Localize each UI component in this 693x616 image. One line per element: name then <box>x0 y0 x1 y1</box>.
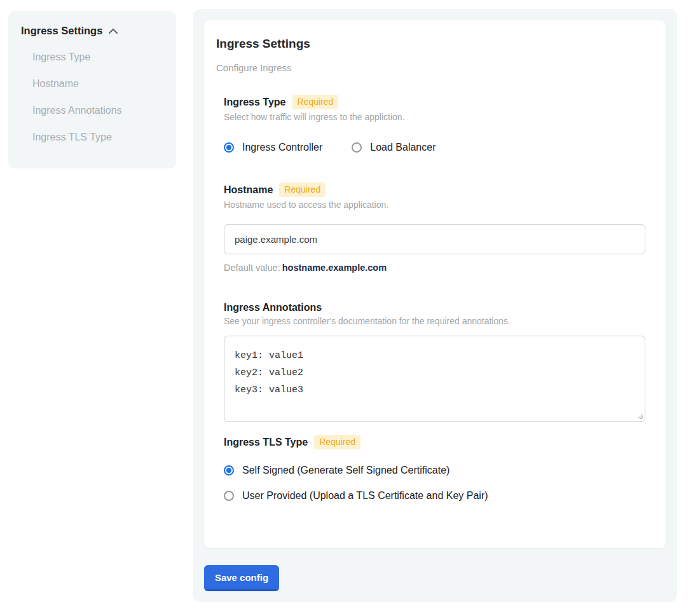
default-value-text: hostname.example.com <box>282 263 387 273</box>
radio-unselected-icon[interactable] <box>352 142 362 153</box>
field-hostname: Hostname Required Hostname used to acces… <box>224 182 645 273</box>
radio-selected-icon[interactable] <box>224 465 234 476</box>
sidebar-item-ingress-type[interactable]: Ingress Type <box>32 50 163 64</box>
required-badge: Required <box>292 95 339 109</box>
required-badge: Required <box>314 435 360 449</box>
sidebar-item-ingress-annotations[interactable]: Ingress Annotations <box>32 104 163 118</box>
radio-label: Load Balancer <box>370 142 436 153</box>
sidebar-item-hostname[interactable]: Hostname <box>32 77 163 91</box>
field-ingress-annotations: Ingress Annotations See your ingress con… <box>224 302 645 422</box>
sidebar-item-ingress-tls-type[interactable]: Ingress TLS Type <box>32 130 163 144</box>
sidebar-section-toggle[interactable]: Ingress Settings <box>21 25 163 37</box>
ingress-type-label: Ingress Type <box>224 97 286 108</box>
ingress-annotations-textarea[interactable]: key1: value1 key2: value2 key3: value3 <box>224 336 645 422</box>
hostname-default-line: Default value:hostname.example.com <box>224 263 645 273</box>
hostname-label: Hostname <box>224 184 273 196</box>
save-config-button[interactable]: Save config <box>204 565 279 591</box>
hostname-description: Hostname used to access the application. <box>224 200 645 210</box>
radio-self-signed[interactable]: Self Signed (Generate Self Signed Certif… <box>224 465 645 476</box>
ingress-settings-sidebar: Ingress Settings Ingress Type Hostname I… <box>8 11 176 168</box>
hostname-input[interactable] <box>224 224 645 254</box>
radio-load-balancer[interactable]: Load Balancer <box>352 142 436 153</box>
field-ingress-tls-type: Ingress TLS Type Required Self Signed (G… <box>224 435 645 502</box>
ingress-settings-panel: Ingress Settings Configure Ingress Ingre… <box>193 9 677 602</box>
ingress-annotations-description: See your ingress controller's documentat… <box>224 316 645 327</box>
ingress-tls-type-label: Ingress TLS Type <box>224 437 308 448</box>
sidebar-nav: Ingress Type Hostname Ingress Annotation… <box>21 50 163 144</box>
ingress-annotations-label: Ingress Annotations <box>224 302 322 313</box>
ingress-type-description: Select how traffic will ingress to the a… <box>224 112 645 123</box>
radio-unselected-icon[interactable] <box>224 491 234 501</box>
radio-ingress-controller[interactable]: Ingress Controller <box>224 142 322 153</box>
radio-label: Ingress Controller <box>242 142 322 153</box>
sidebar-section-title: Ingress Settings <box>21 25 102 37</box>
default-value-prefix: Default value: <box>224 263 280 273</box>
form-fields: Ingress Type Required Select how traffic… <box>224 95 645 502</box>
field-ingress-type: Ingress Type Required Select how traffic… <box>224 95 645 153</box>
radio-user-provided[interactable]: User Provided (Upload a TLS Certificate … <box>224 490 645 502</box>
ingress-tls-type-radio-group: Self Signed (Generate Self Signed Certif… <box>224 465 645 502</box>
page-subtitle: Configure Ingress <box>216 62 645 73</box>
radio-label: User Provided (Upload a TLS Certificate … <box>242 490 488 502</box>
ingress-settings-card: Ingress Settings Configure Ingress Ingre… <box>204 20 666 548</box>
required-badge: Required <box>279 182 326 197</box>
ingress-type-radio-group: Ingress Controller Load Balancer <box>224 142 645 153</box>
page-title: Ingress Settings <box>216 37 645 51</box>
radio-label: Self Signed (Generate Self Signed Certif… <box>242 465 449 476</box>
radio-selected-icon[interactable] <box>224 142 234 153</box>
chevron-up-icon <box>108 28 118 34</box>
